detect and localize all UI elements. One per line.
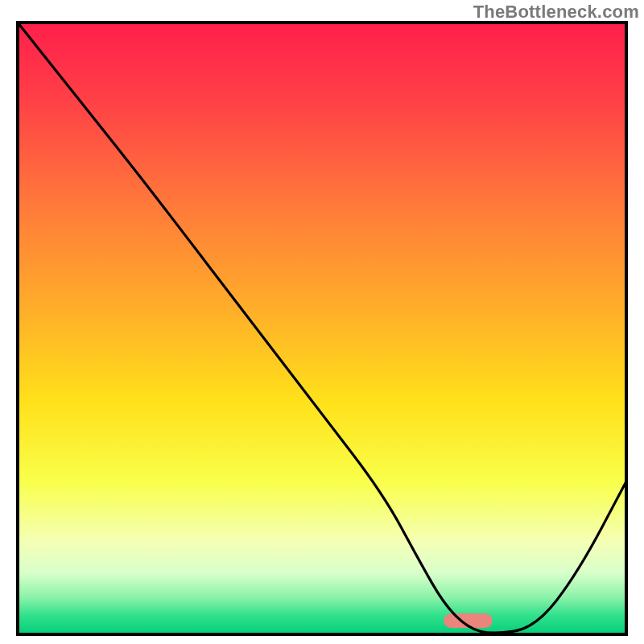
plot-background — [18, 23, 626, 634]
chart-frame: TheBottleneck.com — [0, 0, 644, 644]
bottleneck-chart — [0, 0, 644, 644]
watermark-text: TheBottleneck.com — [473, 2, 639, 23]
